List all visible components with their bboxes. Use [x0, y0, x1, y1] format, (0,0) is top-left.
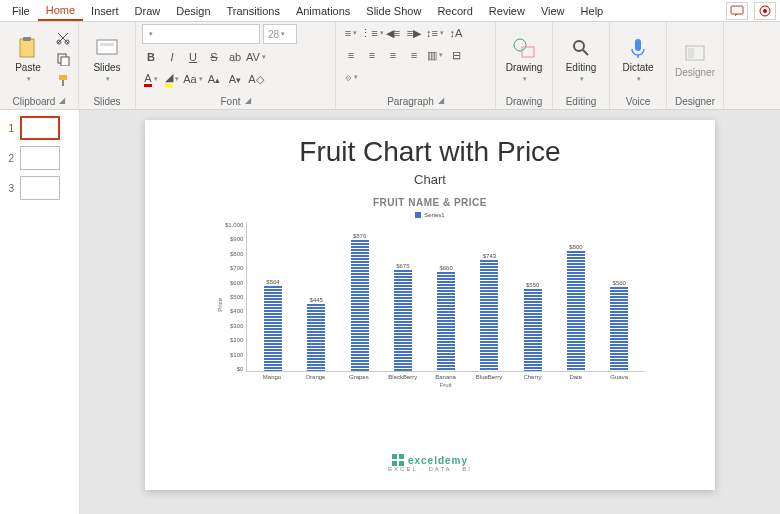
tab-file[interactable]: File [4, 2, 38, 20]
indent-inc-button[interactable]: ≡▶ [405, 24, 423, 42]
chart[interactable]: Price $1,000$900$800$700$600$500$400$300… [215, 222, 645, 388]
mic-icon [626, 36, 650, 60]
slide-subtitle[interactable]: Chart [414, 172, 446, 187]
cut-button[interactable] [54, 29, 72, 47]
drawing-button[interactable]: Drawing ▾ [502, 36, 546, 83]
bar-banana: $660 [432, 265, 460, 371]
comments-button[interactable] [726, 2, 748, 20]
bold-button[interactable]: B [142, 48, 160, 66]
svg-rect-14 [522, 47, 534, 57]
change-case-button[interactable]: Aa▾ [184, 70, 202, 88]
svg-rect-4 [23, 37, 31, 41]
x-axis: MangoOrangeGrapesBlackBerryBananaBlueBer… [246, 372, 645, 380]
tab-slide-show[interactable]: Slide Show [358, 2, 429, 20]
bar-blueberry: $743 [475, 253, 503, 371]
text-direction-button[interactable]: ↕A [447, 24, 465, 42]
group-designer: Designer Designer [667, 22, 724, 109]
search-icon [569, 36, 593, 60]
numbering-button[interactable]: ⋮≡▾ [363, 24, 381, 42]
tab-home[interactable]: Home [38, 1, 83, 21]
strikethrough-button[interactable]: S [205, 48, 223, 66]
align-center-button[interactable]: ≡ [363, 46, 381, 64]
group-editing: Editing ▾ Editing [553, 22, 610, 109]
shadow-button[interactable]: ab [226, 48, 244, 66]
copy-button[interactable] [54, 50, 72, 68]
svg-rect-9 [59, 75, 67, 80]
bullets-button[interactable]: ≡▾ [342, 24, 360, 42]
char-spacing-button[interactable]: AV▾ [247, 48, 265, 66]
bar-guava: $560 [605, 280, 633, 371]
svg-line-16 [583, 50, 588, 55]
dictate-button[interactable]: Dictate ▾ [616, 36, 660, 83]
y-axis: $1,000$900$800$700$600$500$400$300$200$1… [225, 222, 246, 372]
slide-thumb-1[interactable]: 1 [4, 116, 75, 140]
group-font: ▾ 28▾ B I U S ab AV▾ A▾ ◢▾ Aa▾ A▴ A▾ A◇ … [136, 22, 336, 109]
grow-font-button[interactable]: A▴ [205, 70, 223, 88]
plot-area: $564$445$876$675$660$743$550$800$560 [246, 222, 645, 372]
svg-rect-0 [731, 6, 743, 14]
tab-review[interactable]: Review [481, 2, 533, 20]
legend-swatch [415, 212, 421, 218]
group-paragraph: ≡▾ ⋮≡▾ ◀≡ ≡▶ ↕≡▾ ↕A ≡ ≡ ≡ ≡ ▥▾ ⊟ ⟐▾ Para… [336, 22, 496, 109]
slide-canvas[interactable]: Fruit Chart with Price Chart FRUIT NAME … [80, 110, 780, 514]
slide-thumb-3[interactable]: 3 [4, 176, 75, 200]
shrink-font-button[interactable]: A▾ [226, 70, 244, 88]
chevron-down-icon: ▾ [580, 75, 584, 83]
align-text-button[interactable]: ⊟ [447, 46, 465, 64]
svg-rect-20 [688, 48, 694, 58]
underline-button[interactable]: U [184, 48, 202, 66]
line-spacing-button[interactable]: ↕≡▾ [426, 24, 444, 42]
group-voice: Dictate ▾ Voice [610, 22, 667, 109]
tab-view[interactable]: View [533, 2, 573, 20]
align-left-button[interactable]: ≡ [342, 46, 360, 64]
slides-icon [95, 36, 119, 60]
svg-rect-21 [392, 454, 397, 459]
group-slides: Slides ▾ Slides [79, 22, 136, 109]
slides-button[interactable]: Slides ▾ [85, 36, 129, 83]
tab-draw[interactable]: Draw [127, 2, 169, 20]
tab-help[interactable]: Help [573, 2, 612, 20]
designer-button[interactable]: Designer [673, 41, 717, 78]
svg-rect-8 [61, 57, 69, 66]
logo-icon [392, 454, 404, 466]
editing-button[interactable]: Editing ▾ [559, 36, 603, 83]
italic-button[interactable]: I [163, 48, 181, 66]
align-right-button[interactable]: ≡ [384, 46, 402, 64]
indent-dec-button[interactable]: ◀≡ [384, 24, 402, 42]
tab-record[interactable]: Record [429, 2, 480, 20]
slide-thumb-2[interactable]: 2 [4, 146, 75, 170]
brand-logo: exceldemy EXCEL · DATA · BI [388, 454, 472, 478]
y-axis-label: Price [215, 298, 225, 312]
thumbnail-panel: 123 [0, 110, 80, 514]
x-axis-label: Fruit [246, 382, 645, 388]
dialog-launcher-icon[interactable]: ◢ [438, 96, 444, 107]
font-size-select[interactable]: 28▾ [263, 24, 297, 44]
svg-rect-11 [97, 40, 117, 54]
columns-button[interactable]: ▥▾ [426, 46, 444, 64]
highlight-button[interactable]: ◢▾ [163, 70, 181, 88]
font-color-button[interactable]: A▾ [142, 70, 160, 88]
chart-legend: Series1 [415, 212, 444, 218]
svg-point-2 [763, 9, 767, 13]
tab-design[interactable]: Design [168, 2, 218, 20]
svg-rect-22 [399, 454, 404, 459]
paste-button[interactable]: Paste ▾ [6, 36, 50, 83]
tab-insert[interactable]: Insert [83, 2, 127, 20]
format-painter-button[interactable] [54, 71, 72, 89]
slide[interactable]: Fruit Chart with Price Chart FRUIT NAME … [145, 120, 715, 490]
tab-transitions[interactable]: Transitions [219, 2, 288, 20]
slide-title[interactable]: Fruit Chart with Price [299, 136, 560, 168]
record-button[interactable] [754, 2, 776, 20]
bar-grapes: $876 [346, 233, 374, 371]
font-name-select[interactable]: ▾ [142, 24, 260, 44]
dialog-launcher-icon[interactable]: ◢ [245, 96, 251, 107]
tab-animations[interactable]: Animations [288, 2, 358, 20]
chevron-down-icon: ▾ [637, 75, 641, 83]
paste-icon [16, 36, 40, 60]
clear-format-button[interactable]: A◇ [247, 70, 265, 88]
justify-button[interactable]: ≡ [405, 46, 423, 64]
bar-cherry: $550 [519, 282, 547, 372]
convert-smartart-button[interactable]: ⟐▾ [342, 68, 360, 86]
dialog-launcher-icon[interactable]: ◢ [59, 96, 65, 107]
bar-orange: $445 [302, 297, 330, 371]
